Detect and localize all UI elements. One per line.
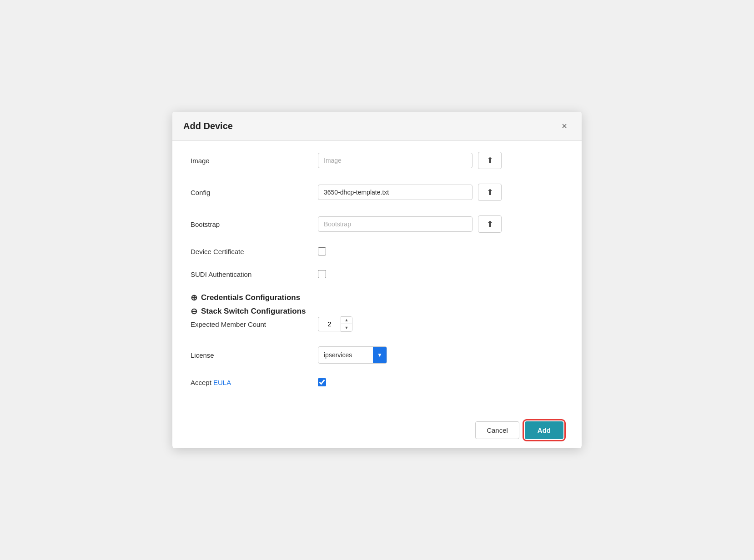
bootstrap-input[interactable] <box>318 216 473 232</box>
upload-icon: ⬆ <box>487 219 493 229</box>
config-label: Config <box>191 189 318 196</box>
expected-member-count-row: Expected Member Count ▲ ▼ <box>191 316 563 332</box>
credentials-section-label: Credentials Configurations <box>201 293 300 302</box>
stack-switch-section-header: ⊖ Stack Switch Configurations <box>191 306 563 316</box>
license-select-arrow[interactable]: ▼ <box>373 347 387 363</box>
image-label: Image <box>191 157 318 165</box>
stack-switch-section-label: Stack Switch Configurations <box>201 307 306 316</box>
image-input[interactable] <box>318 153 473 168</box>
eula-link[interactable]: EULA <box>213 379 231 386</box>
spinner-up-button[interactable]: ▲ <box>341 317 352 324</box>
license-select-wrap: ipservices ipbase lanbase ▼ <box>318 346 387 364</box>
sudi-authentication-checkbox[interactable] <box>318 270 326 278</box>
config-upload-button[interactable]: ⬆ <box>478 184 502 201</box>
device-certificate-row: Device Certificate <box>191 247 563 255</box>
upload-icon: ⬆ <box>487 187 493 197</box>
sudi-authentication-row: SUDI Authentication <box>191 270 563 278</box>
modal-footer: Cancel Add <box>172 412 582 448</box>
close-button[interactable]: × <box>558 119 571 133</box>
credentials-expand-icon[interactable]: ⊕ <box>191 293 197 303</box>
modal-title: Add Device <box>183 121 233 131</box>
accept-eula-row: Accept EULA <box>191 378 563 386</box>
license-label: License <box>191 351 318 359</box>
device-certificate-checkbox[interactable] <box>318 247 326 255</box>
credentials-section-header: ⊕ Credentials Configurations <box>191 293 563 303</box>
license-row: License ipservices ipbase lanbase ▼ <box>191 346 563 364</box>
bootstrap-row: Bootstrap ⬆ <box>191 215 563 233</box>
expected-member-count-label: Expected Member Count <box>191 320 318 328</box>
config-row: Config ⬆ <box>191 184 563 201</box>
modal-header: Add Device × <box>172 112 582 141</box>
spinner-down-button[interactable]: ▼ <box>341 324 352 331</box>
bootstrap-label: Bootstrap <box>191 220 318 228</box>
spinner-buttons: ▲ ▼ <box>341 316 352 332</box>
chevron-down-icon: ▼ <box>377 352 382 358</box>
image-upload-button[interactable]: ⬆ <box>478 152 502 169</box>
device-certificate-label: Device Certificate <box>191 248 318 255</box>
accept-eula-label: Accept EULA <box>191 379 318 386</box>
modal-body: Image ⬆ Config ⬆ Bootstrap ⬆ Device Cert… <box>172 141 582 412</box>
config-input[interactable] <box>318 185 473 200</box>
expected-member-count-input[interactable] <box>318 317 341 331</box>
add-device-modal: Add Device × Image ⬆ Config ⬆ Bootstrap … <box>172 112 582 448</box>
accept-eula-checkbox[interactable] <box>318 378 326 386</box>
license-select[interactable]: ipservices ipbase lanbase <box>318 348 373 362</box>
sudi-authentication-label: SUDI Authentication <box>191 270 318 278</box>
expected-member-count-input-wrap: ▲ ▼ <box>318 316 352 332</box>
image-row: Image ⬆ <box>191 152 563 169</box>
add-button[interactable]: Add <box>525 421 563 439</box>
cancel-button[interactable]: Cancel <box>475 421 519 439</box>
upload-icon: ⬆ <box>487 155 493 165</box>
stack-switch-expand-icon[interactable]: ⊖ <box>191 306 197 316</box>
bootstrap-upload-button[interactable]: ⬆ <box>478 215 502 233</box>
